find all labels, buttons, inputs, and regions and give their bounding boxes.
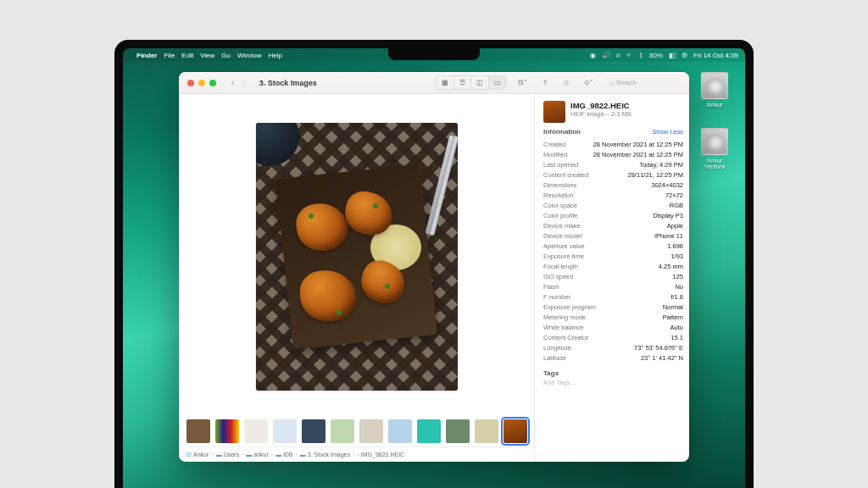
thumbnail[interactable] (504, 419, 527, 443)
thumbnail[interactable] (446, 419, 470, 443)
battery-icon[interactable]: ▮▯ (669, 52, 676, 59)
thumbnail[interactable] (417, 419, 441, 443)
thumbnail[interactable] (186, 419, 210, 443)
info-value: No (675, 283, 683, 291)
info-value: 3024×4032 (651, 181, 683, 189)
info-value: Today, 4:29 PM (639, 161, 683, 169)
info-row: Device makeApple (543, 220, 683, 230)
info-key: Metering mode (543, 313, 586, 321)
close-button[interactable] (187, 80, 194, 86)
info-value: 15.1 (670, 334, 683, 341)
info-thumbnail (543, 101, 565, 123)
folder-icon: ⊟ (186, 452, 192, 458)
wifi-icon[interactable]: ᯤ (626, 52, 633, 59)
menu-edit[interactable]: Edit (181, 52, 193, 59)
forward-button[interactable]: › (239, 76, 248, 89)
icon-view-button[interactable]: ▦ (437, 76, 454, 89)
finder-window: ‹ › 3. Stock Images ▦ ☰ ◫ ▭ ⊟˅ ⇪ ◇ ⊙˅ ⌕ … (179, 72, 689, 462)
zoom-button[interactable] (209, 80, 216, 86)
info-key: ISO speed (543, 273, 573, 280)
info-row: Last openedToday, 4:29 PM (543, 159, 683, 169)
tags-heading: Tags (543, 369, 683, 377)
file-kind: HEIF image – 2.3 MB (570, 110, 632, 118)
gallery-view-button[interactable]: ▭ (489, 76, 506, 89)
info-key: Aperture value (543, 242, 585, 250)
menu-window[interactable]: Window (237, 52, 261, 59)
thumbnail[interactable] (388, 419, 412, 443)
traffic-lights (187, 80, 216, 86)
group-button[interactable]: ⊟˅ (514, 76, 531, 89)
info-key: Color space (543, 202, 577, 209)
menu-help[interactable]: Help (268, 52, 281, 59)
folder-icon: ▬ (275, 452, 281, 458)
info-key: Dimensions (543, 181, 576, 189)
titlebar[interactable]: ‹ › 3. Stock Images ▦ ☰ ◫ ▭ ⊟˅ ⇪ ◇ ⊙˅ ⌕ … (179, 72, 689, 94)
info-heading: Information (543, 128, 581, 136)
desktop-drive[interactable]: Ankur Ventura (698, 128, 732, 169)
info-row: Color spaceRGB (543, 200, 683, 210)
control-center-icon[interactable]: ⚙ (682, 52, 687, 59)
info-value: f/1.8 (670, 293, 683, 301)
screen: Finder File Edit View Go Window Help ◉ 🔊… (123, 48, 745, 488)
preview-image[interactable] (256, 123, 458, 391)
menu-file[interactable]: File (164, 52, 175, 59)
preview-pane: ⊟Ankur›▬Users›▬ankur›▬iDB›▬3. Stock Imag… (180, 94, 534, 462)
info-row: Device modeliPhone 11 (543, 230, 683, 241)
path-segment[interactable]: ⊟Ankur (186, 452, 209, 458)
share-button[interactable]: ⇪ (538, 76, 553, 89)
record-icon[interactable]: ◉ (590, 52, 596, 59)
clock[interactable]: Fri 14 Oct 4:39 (693, 52, 738, 59)
thumbnail[interactable] (359, 419, 383, 443)
info-row: ISO speed125 (543, 271, 683, 281)
path-segment[interactable]: ▬iDB (275, 452, 292, 458)
path-segment[interactable]: ▬Users (216, 452, 239, 458)
desktop-drive[interactable]: Ankur (698, 72, 732, 108)
info-value: 28 November 2021 at 12:25 PM (593, 141, 683, 148)
action-button[interactable]: ⊙˅ (580, 76, 598, 89)
column-view-button[interactable]: ◫ (471, 76, 489, 89)
info-row: Content Creator15.1 (543, 332, 683, 342)
info-key: F number (543, 293, 570, 301)
info-row: Resolution72×72 (543, 190, 683, 200)
info-row: FlashNo (543, 281, 683, 291)
display-notch (388, 48, 480, 60)
info-value: 4.25 mm (659, 263, 683, 270)
search-field[interactable]: ⌕ Search (604, 77, 681, 88)
info-key: Device model (543, 232, 581, 240)
info-key: Exposure program (543, 303, 596, 311)
add-tags-field[interactable]: Add Tags… (543, 379, 683, 386)
menu-view[interactable]: View (200, 52, 214, 59)
info-value: 125 (672, 273, 683, 280)
menu-go[interactable]: Go (221, 52, 231, 59)
file-icon: ▫ (357, 452, 359, 458)
thumbnail[interactable] (475, 419, 498, 443)
back-button[interactable]: ‹ (228, 76, 237, 89)
thumbnail[interactable] (244, 419, 268, 443)
tag-button[interactable]: ◇ (559, 76, 573, 89)
info-row: Created28 November 2021 at 12:25 PM (543, 139, 683, 149)
thumbnail[interactable] (331, 419, 354, 443)
info-row: Exposure time1/93 (543, 251, 683, 261)
path-segment[interactable]: ▬ankur (246, 452, 269, 458)
info-key: Color profile (543, 212, 577, 219)
minimize-button[interactable] (198, 80, 205, 86)
thumbnail[interactable] (302, 419, 326, 443)
app-name[interactable]: Finder (136, 52, 157, 59)
info-value: 1.696 (667, 242, 683, 250)
info-value: Display P3 (653, 212, 683, 219)
info-row: Color profileDisplay P3 (543, 210, 683, 220)
thumbnail[interactable] (273, 419, 297, 443)
sound-icon[interactable]: 🔊 (602, 52, 610, 59)
display-icon[interactable]: ⎚ (616, 52, 620, 59)
thumbnail[interactable] (215, 419, 239, 443)
list-view-button[interactable]: ☰ (454, 76, 471, 89)
folder-icon: ▬ (216, 452, 222, 458)
show-less-link[interactable]: Show Less (652, 128, 683, 136)
view-switcher: ▦ ☰ ◫ ▭ (436, 75, 507, 90)
path-segment[interactable]: ▬3. Stock Images (300, 452, 350, 458)
info-row: Dimensions3024×4032 (543, 180, 683, 190)
path-segment[interactable]: ▫IMG_9822.HEIC (357, 452, 404, 458)
bluetooth-icon[interactable]: ᛒ (639, 52, 643, 59)
info-value: iPhone 11 (654, 232, 683, 240)
info-value: RGB (670, 202, 683, 209)
